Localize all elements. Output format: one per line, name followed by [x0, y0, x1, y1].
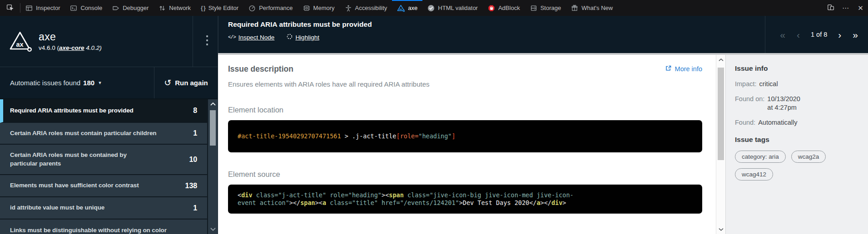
scroll-up-icon[interactable]	[716, 56, 725, 63]
tab-inspector[interactable]: Inspector	[20, 0, 65, 16]
next-issue-button[interactable]: ›	[834, 30, 845, 39]
axe-core-link[interactable]: axe-core	[59, 44, 84, 51]
issue-row-required-aria-attributes[interactable]: Required ARIA attributes must be provide…	[0, 99, 207, 123]
tab-adblock[interactable]: AdBlock	[483, 0, 525, 16]
tab-debugger[interactable]: Debugger	[107, 0, 154, 16]
element-source-heading: Element source	[228, 170, 702, 179]
tab-style-editor[interactable]: { } Style Editor	[196, 0, 243, 16]
issue-detail-header: Required ARIA attributes must be provide…	[218, 16, 868, 53]
header-pager-divider	[765, 16, 765, 53]
html-validator-icon	[427, 5, 435, 12]
tab-label: Debugger	[123, 5, 149, 11]
tab-memory[interactable]: Memory	[298, 0, 340, 16]
tab-label: Accessibility	[355, 5, 387, 11]
tag-category-aria[interactable]: category: aria	[735, 151, 786, 163]
axe-logo: ax	[8, 31, 32, 52]
issues-summary-dropdown[interactable]: Automatic issues found 180 ▾	[0, 67, 154, 98]
impact-label: Impact:	[735, 80, 757, 88]
tab-whats-new[interactable]: What's New	[566, 0, 618, 16]
tab-axe[interactable]: ax axe	[392, 0, 422, 16]
highlight-icon	[287, 34, 293, 41]
responsive-design-icon	[827, 4, 834, 12]
devtools-more-button[interactable]: ⋯	[838, 0, 853, 16]
devtools-tabbar: Inspector Console Debugger Network { } S…	[0, 0, 868, 16]
tab-label: Storage	[541, 5, 561, 11]
axe-toolbar: Automatic issues found 180 ▾ ↺ Run again	[0, 67, 218, 99]
issue-info-sidebar: Issue info Impact: critical Found on: 10…	[725, 55, 868, 234]
element-source-code: <div class="j-act-title" role="heading">…	[228, 185, 702, 214]
issue-tags: category: aria wcag2a wcag412	[735, 151, 844, 180]
issue-list: Required ARIA attributes must be provide…	[0, 99, 218, 234]
pick-element-button[interactable]	[0, 0, 20, 16]
svg-text:ax: ax	[399, 7, 402, 10]
issue-info-heading: Issue info	[735, 64, 859, 73]
tab-network[interactable]: Network	[154, 0, 196, 16]
adblock-icon	[488, 5, 495, 12]
tab-label: Network	[169, 5, 191, 11]
devtools-close-button[interactable]: ✕	[853, 0, 868, 16]
style-editor-icon: { }	[201, 5, 205, 11]
issue-tags-heading: Issue tags	[735, 136, 859, 144]
scrollbar-thumb[interactable]	[718, 68, 724, 160]
first-issue-button[interactable]: «	[776, 30, 789, 39]
tab-html-validator[interactable]: HTML validator	[422, 0, 483, 16]
refresh-icon: ↺	[164, 78, 171, 88]
scroll-down-icon[interactable]	[716, 225, 725, 233]
close-icon: ✕	[858, 4, 863, 12]
tab-label: What's New	[581, 5, 613, 11]
pick-element-icon	[6, 4, 14, 13]
issue-row-aria-required-children[interactable]: Certain ARIA roles must contain particul…	[0, 123, 207, 145]
impact-row: Impact: critical	[735, 80, 859, 88]
run-again-button[interactable]: ↺ Run again	[154, 67, 218, 98]
tag-wcag2a[interactable]: wcag2a	[791, 151, 826, 163]
axe-logo-icon: ax	[397, 5, 405, 12]
issues-count: 180	[83, 79, 94, 87]
scroll-down-icon[interactable]	[208, 225, 218, 233]
overflow-menu-button[interactable]	[204, 33, 210, 48]
tab-storage[interactable]: Storage	[525, 0, 566, 16]
issue-count: 1	[193, 204, 197, 212]
previous-issue-button[interactable]: ‹	[793, 30, 804, 39]
inspector-icon	[25, 5, 33, 12]
issue-description-text: Ensures elements with ARIA roles have al…	[228, 80, 702, 88]
found-on-label: Found on:	[735, 95, 764, 102]
source-line-2: event acticon"></span><a class="title" h…	[238, 199, 693, 207]
tab-console[interactable]: Console	[65, 0, 107, 16]
tab-label: HTML validator	[438, 5, 478, 11]
tag-wcag412[interactable]: wcag412	[735, 168, 773, 180]
element-location-heading: Element location	[228, 106, 702, 114]
issue-count: 10	[189, 156, 197, 164]
tab-label: Memory	[313, 5, 335, 11]
header-divider	[193, 16, 193, 67]
tab-label: AdBlock	[498, 5, 520, 11]
content-scrollbar[interactable]	[716, 55, 725, 234]
issue-row-link-in-text-block[interactable]: Links must be distinguishable without re…	[0, 219, 207, 234]
issue-row-aria-required-parent[interactable]: Certain ARIA roles must be contained by …	[0, 145, 207, 175]
issue-title: Required ARIA attributes must be provide…	[228, 20, 372, 29]
performance-icon	[248, 5, 256, 12]
axe-title-block: axe v4.6.0 (axe-core 4.0.2)	[39, 31, 102, 51]
found-row: Found: Automatically	[735, 119, 859, 126]
inspect-node-link[interactable]: </> Inspect Node	[228, 34, 274, 41]
more-info-link[interactable]: More info	[665, 65, 702, 73]
issue-description-heading: Issue description	[228, 64, 293, 74]
tab-label: Style Editor	[208, 5, 238, 11]
scroll-up-icon[interactable]	[208, 99, 218, 108]
storage-icon	[530, 5, 537, 12]
highlight-link[interactable]: Highlight	[287, 34, 319, 41]
scrollbar-thumb[interactable]	[210, 110, 216, 146]
issue-count: 8	[193, 107, 197, 115]
tab-performance[interactable]: Performance	[243, 0, 298, 16]
axe-version: v4.6.0 (axe-core 4.0.2)	[39, 44, 102, 51]
responsive-design-mode-button[interactable]	[823, 0, 838, 16]
memory-icon	[303, 5, 310, 12]
issue-count: 1	[193, 129, 197, 137]
pager-position: 1 of 8	[811, 31, 827, 38]
last-issue-button[interactable]: »	[849, 30, 862, 39]
issue-row-duplicate-id[interactable]: id attribute value must be unique 1	[0, 197, 207, 219]
tab-label: axe	[408, 5, 417, 11]
issue-list-scrollbar[interactable]	[207, 99, 218, 234]
issue-row-color-contrast[interactable]: Elements must have sufficient color cont…	[0, 175, 207, 197]
external-link-icon	[665, 65, 672, 73]
tab-accessibility[interactable]: Accessibility	[340, 0, 392, 16]
